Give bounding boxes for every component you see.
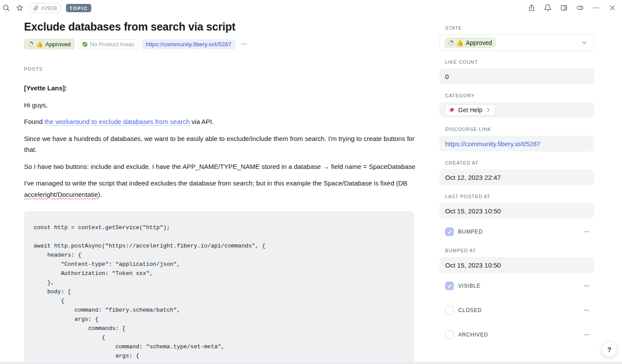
bumped-label: BUMPED bbox=[458, 229, 483, 235]
ellipsis-icon bbox=[583, 331, 590, 338]
toolbar-left: #2918 TOPIC bbox=[2, 3, 91, 13]
bumped-checkbox[interactable] bbox=[445, 227, 454, 236]
page-title[interactable]: Exclude databases from search via script bbox=[24, 21, 419, 33]
discourse-url-badge[interactable]: https://community.fibery.io/t/5287 bbox=[142, 39, 235, 49]
state-select[interactable]: 👍 Approved bbox=[439, 34, 594, 51]
post-text: I've managed to write the script that in… bbox=[24, 179, 408, 187]
close-icon bbox=[608, 4, 616, 12]
post-text: via API. bbox=[190, 118, 214, 125]
paperclip-icon bbox=[33, 5, 39, 11]
post-text: ). bbox=[98, 191, 102, 198]
archived-more-button[interactable] bbox=[582, 331, 591, 339]
entity-document: Exclude databases from search via script… bbox=[24, 16, 419, 364]
like-count-field[interactable]: 0 bbox=[439, 69, 594, 84]
field-label-like-count: LIKE COUNT bbox=[445, 59, 594, 65]
check-icon bbox=[447, 283, 453, 289]
header-badges: 👍 Approved No Product Areas https://comm… bbox=[24, 39, 419, 49]
visible-label: VISIBLE bbox=[458, 283, 480, 289]
field-label-created-at: CREATED AT bbox=[445, 160, 594, 165]
archived-label: ARCHIVED bbox=[458, 332, 488, 338]
discourse-link-field[interactable]: https://community.fibery.io/t/5287 bbox=[439, 136, 594, 151]
ellipsis-icon bbox=[583, 228, 590, 235]
favorite-button[interactable] bbox=[15, 3, 24, 12]
toggle-icon bbox=[576, 4, 584, 12]
field-label-last-posted-at: LAST POSTED AT bbox=[445, 194, 594, 199]
created-at-field[interactable]: Oct 12, 2023 22:47 bbox=[439, 169, 594, 185]
bumped-row: BUMPED bbox=[439, 227, 594, 236]
share-button[interactable] bbox=[527, 3, 536, 12]
star-icon bbox=[16, 4, 24, 12]
entity-reference-pill[interactable]: #2918 bbox=[29, 3, 61, 13]
archived-checkbox[interactable] bbox=[445, 330, 454, 339]
post-found-line: Found the workaround to exclude database… bbox=[24, 116, 419, 127]
share-icon bbox=[528, 4, 536, 12]
window-bottom-edge bbox=[0, 362, 622, 364]
visible-checkbox[interactable] bbox=[445, 282, 454, 290]
chevron-down-icon bbox=[581, 39, 588, 46]
state-progress-icon bbox=[28, 41, 34, 47]
field-label-bumped-at: BUMPED AT bbox=[445, 248, 594, 253]
field-label-category: CATEGORY bbox=[445, 93, 594, 98]
bumped-more-button[interactable] bbox=[582, 228, 591, 236]
post-paragraph-since: Since we have a hundreds of databases, w… bbox=[24, 133, 419, 155]
archived-row: ARCHIVED bbox=[439, 330, 594, 339]
state-emoji: 👍 bbox=[36, 41, 43, 48]
code-block[interactable]: const http = context.getService("http");… bbox=[24, 211, 414, 364]
check-icon bbox=[447, 229, 453, 235]
last-posted-at-field[interactable]: Oct 15, 2023 10:50 bbox=[439, 203, 594, 219]
ellipsis-icon bbox=[592, 4, 600, 12]
visible-more-button[interactable] bbox=[582, 282, 591, 290]
search-button[interactable] bbox=[2, 3, 10, 12]
bell-icon bbox=[544, 4, 552, 12]
product-areas-label: No Product Areas bbox=[90, 41, 135, 48]
close-button[interactable] bbox=[608, 3, 617, 12]
ellipsis-icon bbox=[583, 282, 590, 289]
workaround-link[interactable]: the workaround to exclude databases from… bbox=[45, 118, 190, 125]
post-greeting: Hi guys, bbox=[24, 100, 419, 111]
state-badge-label: Approved bbox=[45, 41, 71, 48]
spellchecked-text: acceleright/Documentatie bbox=[24, 191, 98, 198]
post-text: Found bbox=[24, 118, 45, 125]
category-field[interactable]: Get Help bbox=[439, 102, 594, 118]
more-actions-button[interactable] bbox=[592, 3, 601, 12]
ellipsis-icon bbox=[240, 41, 247, 48]
bumped-at-field[interactable]: Oct 15, 2023 10:50 bbox=[439, 257, 594, 273]
post-paragraph-buttons: So I have two buttons: include and exclu… bbox=[24, 161, 419, 172]
side-panel-icon bbox=[560, 4, 568, 12]
field-label-state: STATE bbox=[445, 25, 594, 31]
entity-window: #2918 TOPIC Exclude bbox=[0, 0, 622, 364]
product-areas-badge[interactable]: No Product Areas bbox=[78, 39, 138, 49]
view-toggle-button[interactable] bbox=[576, 3, 584, 12]
closed-checkbox[interactable] bbox=[445, 306, 454, 315]
entity-type-badge: TOPIC bbox=[66, 4, 91, 12]
posts-section-label: POSTS bbox=[24, 66, 419, 72]
state-value-pill: 👍 Approved bbox=[444, 38, 496, 48]
side-panel-button[interactable] bbox=[560, 3, 568, 12]
category-value-pill[interactable]: Get Help bbox=[445, 104, 495, 116]
help-button[interactable]: ? bbox=[601, 341, 617, 357]
chevron-right-icon bbox=[485, 107, 491, 113]
closed-more-button[interactable] bbox=[582, 306, 591, 314]
state-emoji: 👍 bbox=[456, 39, 463, 46]
post-paragraph-script: I've managed to write the script that in… bbox=[24, 178, 419, 200]
state-progress-icon bbox=[448, 40, 454, 46]
state-value: Approved bbox=[466, 39, 492, 46]
post-author: [Yvette Lans]: bbox=[24, 82, 419, 94]
closed-label: CLOSED bbox=[458, 307, 482, 313]
entity-ref-number: #2918 bbox=[41, 5, 57, 11]
notifications-button[interactable] bbox=[543, 3, 552, 12]
closed-row: CLOSED bbox=[439, 306, 594, 315]
search-icon bbox=[2, 4, 10, 12]
toolbar-right bbox=[527, 3, 617, 12]
fields-sidebar: STATE 👍 Approved LIKE COUNT 0 CATEGORY G… bbox=[439, 16, 594, 355]
field-label-discourse-link: DISCOURSE LINK bbox=[445, 127, 594, 132]
category-value: Get Help bbox=[458, 106, 482, 113]
state-badge[interactable]: 👍 Approved bbox=[24, 39, 75, 49]
visible-row: VISIBLE bbox=[439, 282, 594, 290]
no-entry-icon bbox=[82, 41, 88, 47]
top-toolbar: #2918 TOPIC bbox=[0, 0, 622, 16]
category-flag-icon bbox=[449, 107, 455, 113]
ellipsis-icon bbox=[583, 307, 590, 314]
badge-more-button[interactable] bbox=[239, 40, 249, 48]
